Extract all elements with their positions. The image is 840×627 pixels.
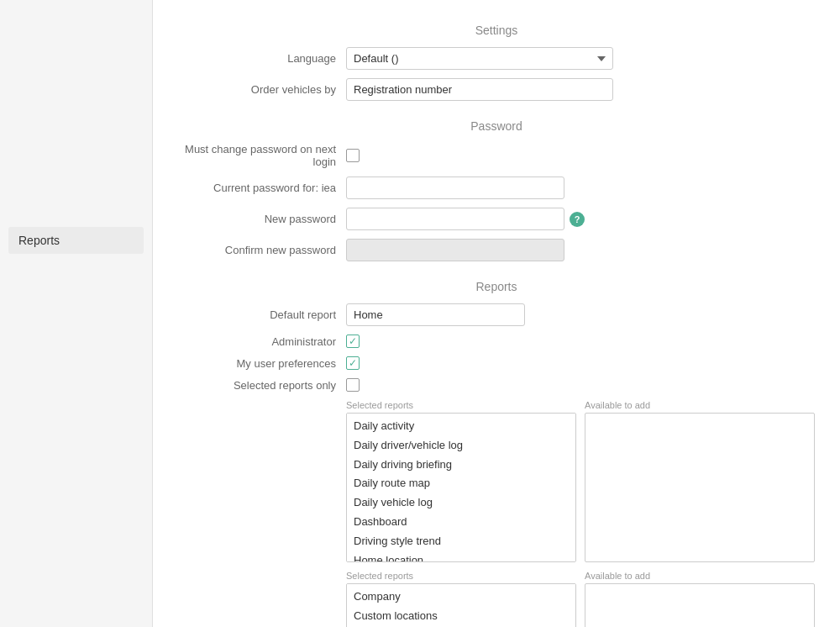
confirm-password-input[interactable]	[346, 239, 564, 261]
selected-reports-only-row: Selected reports only	[178, 378, 815, 392]
new-password-input[interactable]	[346, 208, 564, 230]
selected-reports-heading-2: Selected reports	[346, 571, 576, 581]
default-report-row: Default report	[178, 303, 815, 326]
password-help-icon[interactable]: ?	[570, 212, 585, 227]
available-to-add-list-2[interactable]	[585, 583, 815, 627]
reports-section-title: Reports	[178, 280, 815, 293]
current-password-input[interactable]	[346, 177, 564, 199]
new-password-row: New password ?	[178, 208, 815, 230]
administrator-row: Administrator	[178, 335, 815, 348]
administrator-label: Administrator	[178, 335, 346, 348]
order-vehicles-row: Order vehicles by Registration number	[178, 78, 815, 101]
password-section-title: Password	[178, 119, 815, 133]
list-item[interactable]: Custom locations	[347, 607, 575, 626]
list-item[interactable]: Daily driver/vehicle log	[347, 436, 575, 456]
list-item[interactable]: Daily vehicle log	[347, 493, 575, 513]
selected-reports-list[interactable]: Daily activityDaily driver/vehicle logDa…	[346, 413, 576, 562]
my-user-prefs-checkbox[interactable]	[346, 356, 360, 370]
reports-lists-row1: Selected reports Daily activityDaily dri…	[346, 400, 815, 562]
available-to-add-heading-2: Available to add	[585, 571, 815, 581]
must-change-row: Must change password on next login	[178, 143, 815, 168]
available-list-wrapper-1: Available to add	[585, 400, 815, 562]
selected-reports-scroll: Daily activityDaily driver/vehicle logDa…	[346, 413, 576, 562]
new-password-label: New password	[178, 213, 346, 225]
selected-reports-only-label: Selected reports only	[178, 379, 346, 392]
sidebar-item-reports[interactable]: Reports	[8, 227, 144, 254]
available-to-add-heading-1: Available to add	[585, 400, 815, 410]
available-to-add-list-1[interactable]	[585, 413, 815, 562]
selected-reports-list-wrapper-2: Selected reports CompanyCustom locations…	[346, 571, 576, 627]
selected-reports-scroll-2: CompanyCustom locationsDriversGeofencesG…	[346, 583, 576, 627]
main-content: Settings Language Default () Order vehic…	[153, 0, 840, 627]
page-wrapper: Reports Settings Language Default () Ord…	[0, 0, 840, 627]
sidebar: Reports	[0, 0, 153, 627]
list-item[interactable]: Daily route map	[347, 474, 575, 493]
language-row: Language Default ()	[178, 47, 815, 70]
selected-reports-list-2[interactable]: CompanyCustom locationsDriversGeofencesG…	[346, 583, 576, 627]
my-user-prefs-label: My user preferences	[178, 357, 346, 370]
settings-section-title: Settings	[178, 24, 815, 37]
current-password-row: Current password for: iea	[178, 177, 815, 199]
administrator-checkbox[interactable]	[346, 335, 360, 348]
list-item[interactable]: Daily activity	[347, 417, 575, 436]
order-vehicles-label: Order vehicles by	[178, 83, 346, 96]
reports-lists-row2: Selected reports CompanyCustom locations…	[346, 571, 815, 627]
selected-reports-only-checkbox[interactable]	[346, 378, 360, 392]
list-item[interactable]: Home location	[347, 551, 575, 562]
list-item[interactable]: Driving style trend	[347, 532, 575, 551]
must-change-checkbox[interactable]	[346, 149, 360, 162]
my-user-prefs-row: My user preferences	[178, 356, 815, 370]
list-item[interactable]: Dashboard	[347, 513, 575, 532]
confirm-password-label: Confirm new password	[178, 244, 346, 256]
current-password-label: Current password for: iea	[178, 182, 346, 194]
selected-reports-list-wrapper: Selected reports Daily activityDaily dri…	[346, 400, 576, 562]
order-vehicles-input[interactable]: Registration number	[346, 78, 613, 101]
default-report-label: Default report	[178, 308, 346, 321]
confirm-password-row: Confirm new password	[178, 239, 815, 261]
language-select[interactable]: Default ()	[346, 47, 613, 70]
default-report-input[interactable]	[346, 303, 525, 326]
list-item[interactable]: Company	[347, 587, 575, 607]
sidebar-reports-label: Reports	[18, 234, 60, 247]
selected-reports-heading: Selected reports	[346, 400, 576, 410]
reports-lists-section: Selected reports Daily activityDaily dri…	[346, 400, 815, 627]
language-label: Language	[178, 52, 346, 65]
available-list-wrapper-2: Available to add	[585, 571, 815, 627]
must-change-label: Must change password on next login	[178, 143, 346, 168]
list-item[interactable]: Daily driving briefing	[347, 456, 575, 475]
